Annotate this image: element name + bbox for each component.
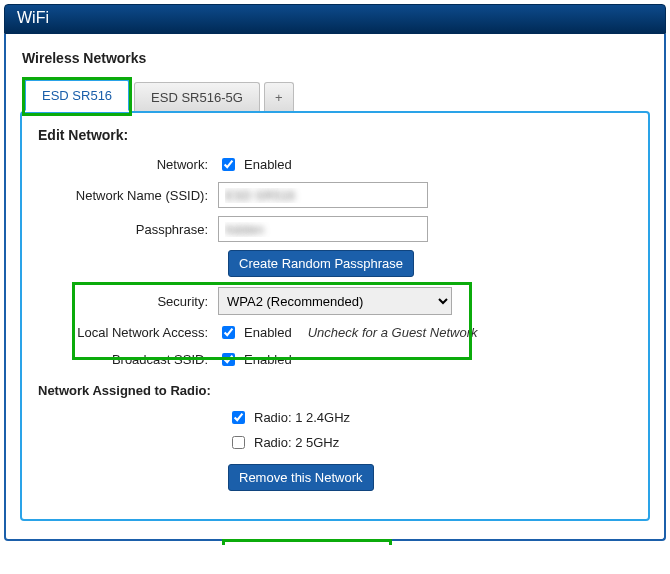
lan-access-checkbox[interactable] [222, 326, 235, 339]
passphrase-input[interactable] [218, 216, 428, 242]
network-enabled-checkbox[interactable] [222, 158, 235, 171]
radio-2-label: Radio: 2 5GHz [254, 435, 339, 450]
lan-access-text: Enabled [244, 325, 292, 340]
broadcast-label: Broadcast SSID: [38, 352, 218, 367]
radio-2-checkbox[interactable] [232, 436, 245, 449]
tab-bar: ESD SR516 ESD SR516-5G + [24, 78, 650, 111]
radio-1-label: Radio: 1 2.4GHz [254, 410, 350, 425]
ssid-label: Network Name (SSID): [38, 188, 218, 203]
panel-heading: Edit Network: [38, 127, 632, 143]
create-random-passphrase-button[interactable]: Create Random Passphrase [228, 250, 414, 277]
network-enabled-text: Enabled [244, 157, 292, 172]
security-select[interactable]: WPA2 (Recommended) [218, 287, 452, 315]
tab-network-1[interactable]: ESD SR516 [24, 79, 130, 112]
edit-network-panel: Edit Network: Network: Enabled Network N… [20, 111, 650, 521]
radio-1-checkbox[interactable] [232, 411, 245, 424]
section-heading: Wireless Networks [22, 50, 650, 66]
radio-heading: Network Assigned to Radio: [38, 383, 632, 398]
lan-access-hint: Uncheck for a Guest Network [308, 325, 478, 340]
tab-add[interactable]: + [264, 82, 294, 112]
network-label: Network: [38, 157, 218, 172]
page-title: WiFi [4, 4, 666, 34]
highlight-box [222, 539, 392, 545]
lan-access-label: Local Network Access: [38, 325, 218, 340]
passphrase-label: Passphrase: [38, 222, 218, 237]
outer-panel: Wireless Networks ESD SR516 ESD SR516-5G… [4, 34, 666, 541]
broadcast-checkbox[interactable] [222, 353, 235, 366]
ssid-input[interactable] [218, 182, 428, 208]
security-label: Security: [38, 294, 218, 309]
broadcast-text: Enabled [244, 352, 292, 367]
remove-network-button[interactable]: Remove this Network [228, 464, 374, 491]
tab-label: ESD SR516 [42, 88, 112, 103]
tab-network-2[interactable]: ESD SR516-5G [134, 82, 260, 112]
